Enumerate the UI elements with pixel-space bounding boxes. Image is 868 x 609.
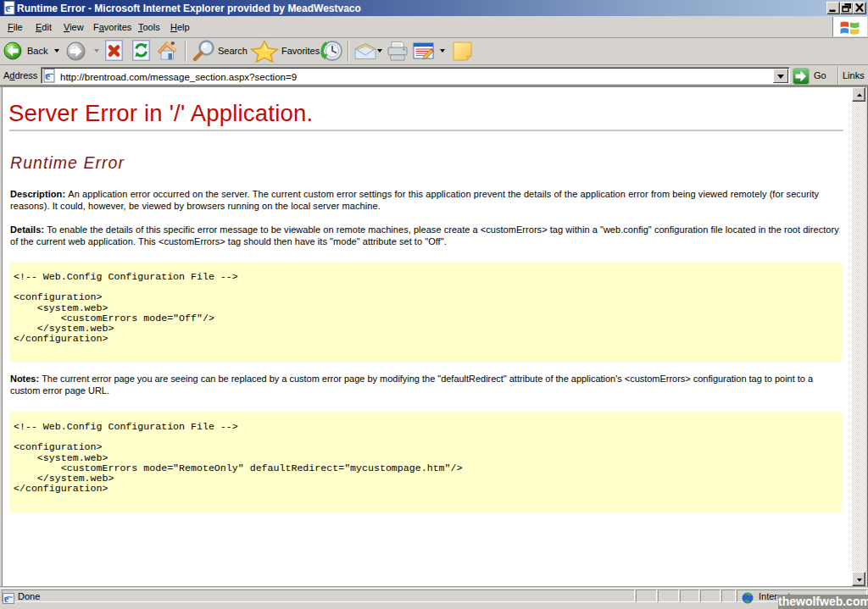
svg-text:e: e — [4, 594, 8, 604]
